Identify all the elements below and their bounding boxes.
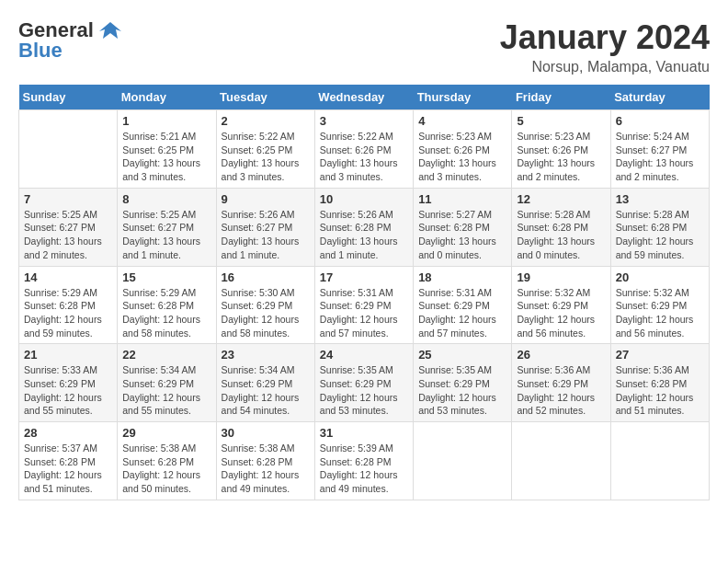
calendar-cell: 16Sunrise: 5:30 AM Sunset: 6:29 PM Dayli… [216,266,314,344]
calendar-cell [19,110,118,189]
day-number: 11 [418,192,506,206]
day-info: Sunrise: 5:35 AM Sunset: 6:29 PM Dayligh… [418,363,506,418]
calendar-cell: 17Sunrise: 5:31 AM Sunset: 6:29 PM Dayli… [314,266,413,344]
day-info: Sunrise: 5:32 AM Sunset: 6:29 PM Dayligh… [517,286,605,340]
day-number: 3 [320,114,408,128]
calendar-cell: 30Sunrise: 5:38 AM Sunset: 6:28 PM Dayli… [216,422,314,500]
day-info: Sunrise: 5:39 AM Sunset: 6:28 PM Dayligh… [320,442,408,496]
calendar-cell: 21Sunrise: 5:33 AM Sunset: 6:29 PM Dayli… [19,344,118,422]
day-info: Sunrise: 5:26 AM Sunset: 6:28 PM Dayligh… [320,208,408,262]
calendar-cell: 29Sunrise: 5:38 AM Sunset: 6:28 PM Dayli… [118,422,216,500]
day-number: 14 [24,270,112,284]
calendar-cell: 9Sunrise: 5:26 AM Sunset: 6:27 PM Daylig… [216,188,314,266]
calendar-cell: 7Sunrise: 5:25 AM Sunset: 6:27 PM Daylig… [19,188,118,266]
day-number: 25 [418,348,506,362]
day-info: Sunrise: 5:26 AM Sunset: 6:27 PM Dayligh… [222,208,310,262]
page-header: General Blue January 2024 Norsup, Malamp… [18,18,710,75]
calendar-cell: 22Sunrise: 5:34 AM Sunset: 6:29 PM Dayli… [118,344,216,422]
day-info: Sunrise: 5:29 AM Sunset: 6:28 PM Dayligh… [24,286,112,340]
day-info: Sunrise: 5:34 AM Sunset: 6:29 PM Dayligh… [222,363,310,418]
day-number: 26 [517,348,605,362]
day-info: Sunrise: 5:37 AM Sunset: 6:28 PM Dayligh… [24,442,112,496]
day-number: 28 [24,426,112,440]
calendar-cell: 28Sunrise: 5:37 AM Sunset: 6:28 PM Dayli… [19,422,118,500]
day-number: 13 [616,192,704,206]
calendar-cell: 14Sunrise: 5:29 AM Sunset: 6:28 PM Dayli… [19,266,118,344]
day-info: Sunrise: 5:23 AM Sunset: 6:26 PM Dayligh… [418,130,506,184]
day-info: Sunrise: 5:25 AM Sunset: 6:27 PM Dayligh… [122,208,210,262]
calendar-cell [512,422,610,500]
day-info: Sunrise: 5:34 AM Sunset: 6:29 PM Dayligh… [122,363,210,418]
calendar-title-area: January 2024 Norsup, Malampa, Vanuatu [500,18,710,75]
calendar-cell: 31Sunrise: 5:39 AM Sunset: 6:28 PM Dayli… [314,422,413,500]
day-number: 21 [24,348,112,362]
day-number: 24 [320,348,408,362]
day-info: Sunrise: 5:22 AM Sunset: 6:25 PM Dayligh… [222,130,310,184]
week-row-4: 21Sunrise: 5:33 AM Sunset: 6:29 PM Dayli… [19,344,710,422]
weekday-header-monday: Monday [118,85,216,110]
weekday-header-friday: Friday [512,85,610,110]
calendar-cell: 19Sunrise: 5:32 AM Sunset: 6:29 PM Dayli… [512,266,610,344]
day-number: 15 [122,270,210,284]
calendar-cell: 4Sunrise: 5:23 AM Sunset: 6:26 PM Daylig… [414,110,512,189]
day-number: 27 [616,348,704,362]
day-number: 17 [320,270,408,284]
calendar-cell: 1Sunrise: 5:21 AM Sunset: 6:25 PM Daylig… [118,110,216,189]
day-number: 9 [222,192,310,206]
calendar-cell: 5Sunrise: 5:23 AM Sunset: 6:26 PM Daylig… [512,110,610,189]
calendar-cell: 8Sunrise: 5:25 AM Sunset: 6:27 PM Daylig… [118,188,216,266]
calendar-cell [414,422,512,500]
calendar-table: SundayMondayTuesdayWednesdayThursdayFrid… [18,85,710,500]
logo-bird-icon [97,20,123,40]
day-number: 12 [517,192,605,206]
day-number: 29 [122,426,210,440]
week-row-5: 28Sunrise: 5:37 AM Sunset: 6:28 PM Dayli… [19,422,710,500]
calendar-title: January 2024 [500,18,710,57]
day-info: Sunrise: 5:21 AM Sunset: 6:25 PM Dayligh… [122,130,210,184]
day-info: Sunrise: 5:38 AM Sunset: 6:28 PM Dayligh… [222,442,310,496]
weekday-header-row: SundayMondayTuesdayWednesdayThursdayFrid… [19,85,710,110]
calendar-cell: 27Sunrise: 5:36 AM Sunset: 6:28 PM Dayli… [610,344,709,422]
day-info: Sunrise: 5:27 AM Sunset: 6:28 PM Dayligh… [418,208,506,262]
day-number: 8 [122,192,210,206]
day-number: 16 [222,270,310,284]
day-number: 18 [418,270,506,284]
weekday-header-sunday: Sunday [19,85,118,110]
logo-blue-text: Blue [18,39,63,63]
day-number: 20 [616,270,704,284]
weekday-header-thursday: Thursday [414,85,512,110]
calendar-cell: 11Sunrise: 5:27 AM Sunset: 6:28 PM Dayli… [414,188,512,266]
calendar-cell: 10Sunrise: 5:26 AM Sunset: 6:28 PM Dayli… [314,188,413,266]
calendar-cell: 26Sunrise: 5:36 AM Sunset: 6:29 PM Dayli… [512,344,610,422]
day-info: Sunrise: 5:35 AM Sunset: 6:29 PM Dayligh… [320,363,408,418]
day-number: 4 [418,114,506,128]
day-info: Sunrise: 5:36 AM Sunset: 6:29 PM Dayligh… [517,363,605,418]
calendar-cell [610,422,709,500]
day-number: 31 [320,426,408,440]
svg-marker-0 [99,22,121,39]
day-info: Sunrise: 5:29 AM Sunset: 6:28 PM Dayligh… [122,286,210,340]
day-info: Sunrise: 5:25 AM Sunset: 6:27 PM Dayligh… [24,208,112,262]
day-number: 7 [24,192,112,206]
week-row-1: 1Sunrise: 5:21 AM Sunset: 6:25 PM Daylig… [19,110,710,189]
calendar-cell: 24Sunrise: 5:35 AM Sunset: 6:29 PM Dayli… [314,344,413,422]
day-info: Sunrise: 5:30 AM Sunset: 6:29 PM Dayligh… [222,286,310,340]
day-info: Sunrise: 5:31 AM Sunset: 6:29 PM Dayligh… [320,286,408,340]
calendar-cell: 6Sunrise: 5:24 AM Sunset: 6:27 PM Daylig… [610,110,709,189]
calendar-cell: 18Sunrise: 5:31 AM Sunset: 6:29 PM Dayli… [414,266,512,344]
logo: General Blue [18,18,123,63]
calendar-cell: 15Sunrise: 5:29 AM Sunset: 6:28 PM Dayli… [118,266,216,344]
day-info: Sunrise: 5:38 AM Sunset: 6:28 PM Dayligh… [122,442,210,496]
calendar-cell: 12Sunrise: 5:28 AM Sunset: 6:28 PM Dayli… [512,188,610,266]
day-info: Sunrise: 5:31 AM Sunset: 6:29 PM Dayligh… [418,286,506,340]
calendar-cell: 25Sunrise: 5:35 AM Sunset: 6:29 PM Dayli… [414,344,512,422]
day-number: 2 [222,114,310,128]
calendar-cell: 2Sunrise: 5:22 AM Sunset: 6:25 PM Daylig… [216,110,314,189]
day-number: 6 [616,114,704,128]
day-info: Sunrise: 5:32 AM Sunset: 6:29 PM Dayligh… [616,286,704,340]
day-info: Sunrise: 5:23 AM Sunset: 6:26 PM Dayligh… [517,130,605,184]
day-number: 30 [222,426,310,440]
day-number: 5 [517,114,605,128]
day-info: Sunrise: 5:28 AM Sunset: 6:28 PM Dayligh… [517,208,605,262]
week-row-2: 7Sunrise: 5:25 AM Sunset: 6:27 PM Daylig… [19,188,710,266]
